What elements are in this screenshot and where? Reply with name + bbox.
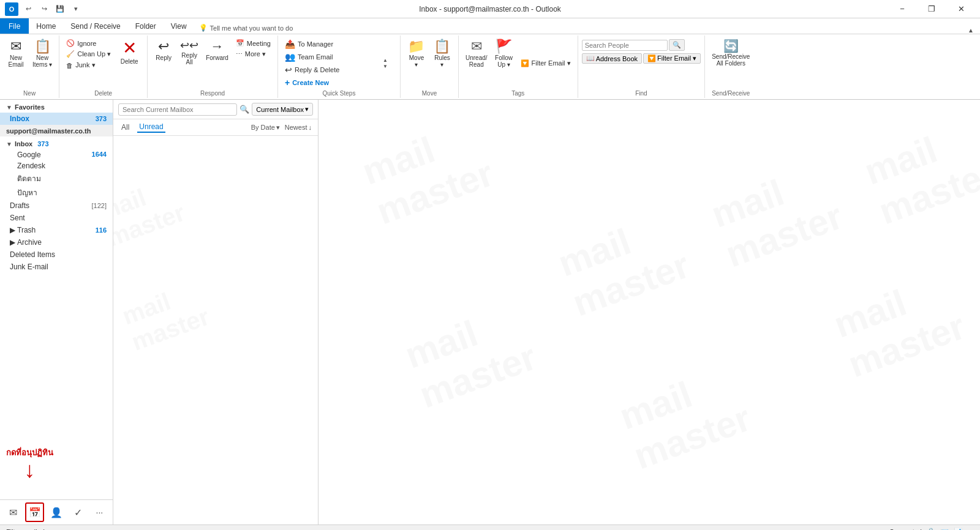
ribbon-group-new-label: New (4, 89, 55, 97)
nav-more-button[interactable]: ··· (90, 502, 109, 522)
ignore-label: Ignore (77, 40, 96, 47)
nav-people-button[interactable]: 👤 (47, 502, 66, 522)
restore-button[interactable]: ❐ (918, 0, 946, 18)
ribbon-group-move: 📁 Move▾ 📋 Rules▾ Move (401, 35, 459, 98)
ribbon-group-new: ✉ NewEmail 📋 NewItems ▾ New (0, 35, 59, 98)
rules-label: Rules▾ (434, 54, 450, 68)
sidebar-google[interactable]: Google 1644 (0, 149, 113, 160)
sort-date-label: By Date (251, 124, 275, 131)
forward-icon: → (211, 40, 224, 53)
watermark-rp-4: mailmaster (706, 155, 848, 276)
account-label: support@mailmaster.co.th (0, 125, 113, 136)
search-people-button[interactable]: 🔍 (669, 39, 685, 51)
ribbon-collapse-btn[interactable]: ▲ (968, 27, 980, 34)
quick-steps-scroll[interactable]: ▲ ▼ (381, 38, 390, 89)
unread-read-button[interactable]: ✉ Unread/Read (462, 38, 491, 70)
email-search-button[interactable]: 🔍 (239, 105, 249, 114)
sidebar-follow[interactable]: ติดตาม (0, 171, 113, 185)
archive-expand-icon: ▶ (10, 238, 15, 247)
new-items-button[interactable]: 📋 NewItems ▾ (29, 38, 55, 70)
tab-file[interactable]: File (0, 18, 29, 34)
customize-button[interactable]: ▾ (70, 3, 82, 15)
sort-newest-button[interactable]: Newest ↓ (285, 124, 312, 131)
watermark-rp-7: mailmaster (828, 266, 970, 386)
sidebar-zendesk[interactable]: Zendesk (0, 160, 113, 171)
sidebar-drafts[interactable]: Drafts [122] (0, 200, 113, 212)
email-scope-button[interactable]: Current Mailbox ▾ (252, 103, 313, 116)
qs-team-email-label: Team Email (298, 53, 333, 61)
qs-reply-delete[interactable]: ↩ Reply & Delete (282, 64, 380, 76)
more-respond-button[interactable]: ⋯ More ▾ (233, 49, 274, 59)
annotation: กดที่อนุปฏิทิน ↓ (6, 446, 53, 481)
sidebar-junk[interactable]: Junk E-mail (0, 261, 113, 273)
qs-to-manager[interactable]: 📤 To Manager (282, 38, 380, 50)
ribbon-group-respond-items: ↩ Reply ↩↩ ReplyAll → Forward 📅 Meeting … (151, 38, 274, 89)
nav-tasks-button[interactable]: ✓ (69, 502, 88, 522)
save-button[interactable]: 💾 (54, 3, 66, 15)
close-button[interactable]: ✕ (947, 0, 975, 18)
meeting-button[interactable]: 📅 Meeting (233, 38, 274, 48)
sidebar-issues[interactable]: ปัญหา (0, 185, 113, 200)
more-icon: ⋯ (236, 50, 243, 58)
qs-arrow-down: ▼ (383, 64, 388, 70)
filter-all-button[interactable]: All (119, 122, 131, 132)
junk-button[interactable]: 🗑 Junk ▾ (63, 60, 114, 70)
new-email-icon: ✉ (10, 40, 21, 53)
follow-up-button[interactable]: 🚩 FollowUp ▾ (492, 38, 516, 70)
address-book-button[interactable]: 📖 Address Book (582, 53, 642, 64)
ribbon-group-tags-items: ✉ Unread/Read 🚩 FollowUp ▾ 🔽 Filter Emai… (462, 38, 574, 89)
issues-label: ปัญหา (17, 188, 37, 197)
sidebar-trash[interactable]: ▶ Trash 116 (0, 224, 113, 236)
search-people-input[interactable] (582, 40, 668, 51)
undo-button[interactable]: ↩ (22, 3, 34, 15)
inbox-collapse-btn[interactable]: ▼ (6, 141, 12, 147)
send-receive-label: Send/ReceiveAll Folders (712, 53, 750, 67)
reply-all-button[interactable]: ↩↩ ReplyAll (177, 38, 202, 67)
zendesk-label: Zendesk (17, 162, 45, 170)
drafts-count: [122] (92, 202, 107, 209)
status-text: Filter applied (6, 528, 45, 531)
qs-team-email[interactable]: 👥 Team Email (282, 51, 380, 63)
connected-status: Connected (889, 528, 922, 531)
nav-mail-button[interactable]: ✉ (4, 502, 23, 522)
ribbon-group-delete: 🚫 Ignore 🧹 Clean Up ▾ 🗑 Junk ▾ ✕ Delete … (59, 35, 148, 98)
ignore-icon: 🚫 (66, 39, 75, 47)
drafts-label: Drafts (10, 201, 29, 210)
forward-label: Forward (206, 54, 228, 61)
sort-by-date-button[interactable]: By Date ▾ (251, 124, 280, 132)
respond-col-sm: 📅 Meeting ⋯ More ▾ (233, 38, 274, 59)
move-button[interactable]: 📁 Move▾ (404, 38, 429, 70)
filter-email-tag-button[interactable]: 🔽 Filter Email ▾ (518, 58, 574, 69)
reply-button[interactable]: ↩ Reply (151, 38, 176, 63)
email-search-input[interactable] (118, 103, 237, 116)
delete-button[interactable]: ✕ Delete (115, 38, 143, 67)
tab-home[interactable]: Home (29, 18, 63, 34)
send-receive-all-button[interactable]: 🔄 Send/ReceiveAll Folders (709, 38, 753, 69)
tell-me-box[interactable]: 💡 Tell me what you want to do (194, 22, 298, 34)
move-icon: 📁 (408, 40, 424, 53)
filter-unread-button[interactable]: Unread (137, 122, 165, 133)
ribbon-group-delete-items: 🚫 Ignore 🧹 Clean Up ▾ 🗑 Junk ▾ ✕ Delete (63, 38, 143, 89)
sidebar-sent[interactable]: Sent (0, 212, 113, 224)
rules-button[interactable]: 📋 Rules▾ (430, 38, 454, 70)
nav-calendar-button[interactable]: 📅 (25, 502, 44, 522)
redo-button[interactable]: ↪ (38, 3, 50, 15)
tab-view[interactable]: View (164, 18, 194, 34)
ignore-button[interactable]: 🚫 Ignore (63, 38, 114, 48)
filter-email-tag-icon: 🔽 (521, 59, 529, 67)
qs-create-new[interactable]: + Create New (282, 77, 380, 89)
forward-button[interactable]: → Forward (203, 38, 232, 63)
sidebar-inbox-favorite[interactable]: Inbox 373 (0, 113, 113, 125)
cleanup-button[interactable]: 🧹 Clean Up ▾ (63, 49, 114, 59)
filter-email-find-button[interactable]: 🔽 Filter Email ▾ (643, 53, 701, 64)
tab-folder[interactable]: Folder (128, 18, 164, 34)
favorites-collapse-btn[interactable]: ▼ (6, 104, 12, 111)
new-email-button[interactable]: ✉ NewEmail (4, 38, 28, 70)
favorites-label: Favorites (15, 103, 45, 111)
sidebar-deleted-items[interactable]: Deleted Items (0, 248, 113, 261)
sidebar-archive[interactable]: ▶ Archive (0, 236, 113, 248)
inbox-favorite-label: Inbox (10, 114, 29, 123)
window-controls: − ❐ ✕ (888, 0, 975, 18)
minimize-button[interactable]: − (888, 0, 916, 18)
tab-send-receive[interactable]: Send / Receive (63, 18, 127, 34)
